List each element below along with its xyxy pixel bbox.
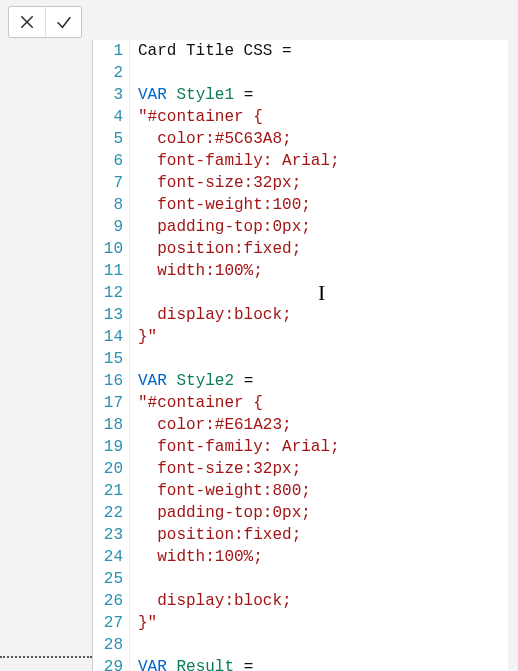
code-editor[interactable]: 1234567891011121314151617181920212223242… xyxy=(93,40,508,671)
line-number: 7 xyxy=(93,172,123,194)
code-line[interactable]: color:#E61A23; xyxy=(138,414,416,436)
line-number: 10 xyxy=(93,238,123,260)
code-token: font-size:32px; xyxy=(138,174,301,192)
code-token: Style1 xyxy=(176,86,234,104)
code-token: font-weight:800; xyxy=(138,482,311,500)
code-line[interactable]: VAR Style1 = xyxy=(138,84,416,106)
line-number: 20 xyxy=(93,458,123,480)
code-token: font-family: Arial; xyxy=(138,438,340,456)
line-number: 17 xyxy=(93,392,123,414)
text-cursor-icon: I xyxy=(318,282,325,304)
code-token: font-family: Arial; xyxy=(138,152,340,170)
code-token: }" xyxy=(138,614,157,632)
code-line[interactable]: "#container { xyxy=(138,106,416,128)
line-number: 21 xyxy=(93,480,123,502)
close-icon xyxy=(18,13,36,31)
code-token xyxy=(167,658,177,671)
line-number: 25 xyxy=(93,568,123,590)
code-token: VAR xyxy=(138,86,167,104)
line-number: 26 xyxy=(93,590,123,612)
code-area[interactable]: Card Title CSS =VAR Style1 ="#container … xyxy=(130,40,416,671)
line-number: 3 xyxy=(93,84,123,106)
code-token: = xyxy=(234,658,253,671)
line-number: 9 xyxy=(93,216,123,238)
dax-formula-editor: 1234567891011121314151617181920212223242… xyxy=(0,0,518,671)
line-number: 16 xyxy=(93,370,123,392)
toolbar-button-group xyxy=(8,6,82,38)
line-number: 5 xyxy=(93,128,123,150)
code-token: padding-top:0px; xyxy=(138,504,311,522)
code-line[interactable]: font-weight:800; xyxy=(138,480,416,502)
code-line[interactable]: color:#5C63A8; xyxy=(138,128,416,150)
code-token: Result xyxy=(176,658,234,671)
code-line[interactable]: font-weight:100; xyxy=(138,194,416,216)
line-number: 4 xyxy=(93,106,123,128)
code-token: Style2 xyxy=(176,372,234,390)
code-token: position:fixed; xyxy=(138,240,301,258)
confirm-button[interactable] xyxy=(45,7,81,37)
code-line[interactable] xyxy=(138,634,416,656)
code-token: VAR xyxy=(138,372,167,390)
code-line[interactable]: position:fixed; xyxy=(138,238,416,260)
code-line[interactable]: display:block; xyxy=(138,304,416,326)
code-token: VAR xyxy=(138,658,167,671)
line-number: 23 xyxy=(93,524,123,546)
code-line[interactable] xyxy=(138,568,416,590)
code-token xyxy=(167,86,177,104)
code-token: font-size:32px; xyxy=(138,460,301,478)
code-token: width:100%; xyxy=(138,262,263,280)
code-line[interactable]: width:100%; xyxy=(138,546,416,568)
line-number: 11 xyxy=(93,260,123,282)
cancel-button[interactable] xyxy=(9,7,45,37)
line-number: 14 xyxy=(93,326,123,348)
code-line[interactable]: display:block; xyxy=(138,590,416,612)
line-number: 28 xyxy=(93,634,123,656)
line-number: 18 xyxy=(93,414,123,436)
code-line[interactable]: }" xyxy=(138,612,416,634)
line-number: 13 xyxy=(93,304,123,326)
check-icon xyxy=(55,13,73,31)
line-number: 2 xyxy=(93,62,123,84)
code-token: position:fixed; xyxy=(138,526,301,544)
code-token: "#container { xyxy=(138,394,263,412)
line-number: 1 xyxy=(93,40,123,62)
code-token: = xyxy=(282,42,292,60)
code-line[interactable]: font-family: Arial; xyxy=(138,150,416,172)
code-line[interactable]: font-size:32px; xyxy=(138,172,416,194)
line-number: 29 xyxy=(93,656,123,671)
code-line[interactable]: position:fixed; xyxy=(138,524,416,546)
code-token: Card Title CSS xyxy=(138,42,282,60)
resize-handle[interactable] xyxy=(0,656,92,658)
toolbar xyxy=(0,0,518,38)
code-line[interactable]: VAR Result = xyxy=(138,656,416,671)
code-line[interactable] xyxy=(138,348,416,370)
code-line[interactable]: VAR Style2 = xyxy=(138,370,416,392)
code-token: width:100%; xyxy=(138,548,263,566)
line-number: 6 xyxy=(93,150,123,172)
code-line[interactable]: padding-top:0px; xyxy=(138,216,416,238)
line-number: 22 xyxy=(93,502,123,524)
code-token xyxy=(167,372,177,390)
line-number: 8 xyxy=(93,194,123,216)
code-line[interactable]: "#container { xyxy=(138,392,416,414)
code-token: display:block; xyxy=(138,306,292,324)
code-token: "#container { xyxy=(138,108,263,126)
code-line[interactable]: width:100%; xyxy=(138,260,416,282)
code-token: font-weight:100; xyxy=(138,196,311,214)
code-line[interactable]: Card Title CSS = xyxy=(138,40,416,62)
code-token: = xyxy=(234,86,253,104)
code-line[interactable]: font-family: Arial; xyxy=(138,436,416,458)
code-line[interactable]: I xyxy=(138,282,416,304)
line-number: 24 xyxy=(93,546,123,568)
code-line[interactable] xyxy=(138,62,416,84)
code-line[interactable]: }" xyxy=(138,326,416,348)
line-number: 12 xyxy=(93,282,123,304)
editor-outer: 1234567891011121314151617181920212223242… xyxy=(0,0,518,671)
code-line[interactable]: font-size:32px; xyxy=(138,458,416,480)
code-token: }" xyxy=(138,328,157,346)
code-line[interactable]: padding-top:0px; xyxy=(138,502,416,524)
code-token: color:#5C63A8; xyxy=(138,130,292,148)
formula-bar[interactable]: 1234567891011121314151617181920212223242… xyxy=(92,40,508,671)
code-token: padding-top:0px; xyxy=(138,218,311,236)
line-number: 15 xyxy=(93,348,123,370)
